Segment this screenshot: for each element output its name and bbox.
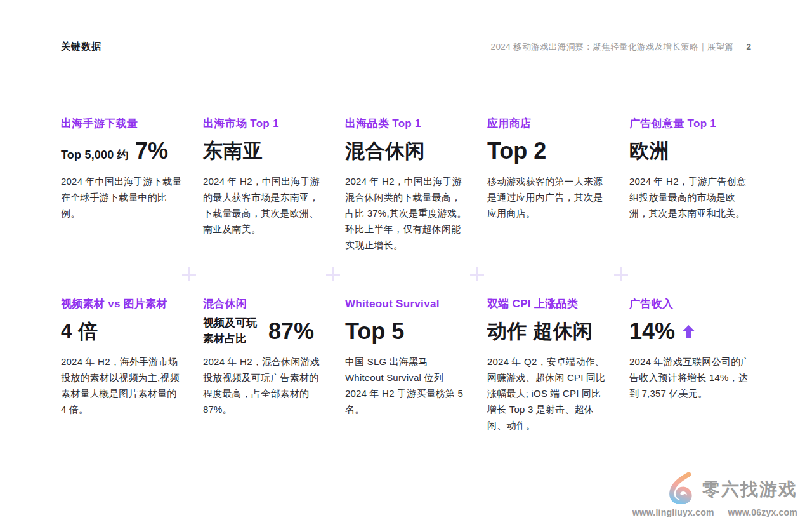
card-description: 2024 年 H2，手游广告创意组投放量最高的市场是欧洲，其次是东南亚和北美。 [629, 173, 751, 221]
card-title: 出海市场 Top 1 [203, 117, 325, 131]
card-description: 2024 年 H2，混合休闲游戏投放视频及可玩广告素材的程度最高，占全部素材的 … [203, 354, 325, 417]
stat-card-hybrid-casual-share: 混合休闲 视频及可玩 素材占比 87% 2024 年 H2，混合休闲游戏投放视频… [203, 297, 325, 477]
stat-card-ad-creatives: 广告创意量 Top 1 欧洲 2024 年 H2，手游广告创意组投放量最高的市场… [629, 117, 751, 297]
value-prefix: Top 5,000 约 [61, 147, 129, 163]
value-main: Top 2 [487, 138, 546, 164]
card-description: 2024 年中国出海手游下载量在全球手游下载量中的比例。 [61, 173, 183, 221]
report-page: 关键数据 2024 移动游戏出海洞察：聚焦轻量化游戏及增长策略｜展望篇 2 出海… [0, 0, 812, 520]
value-main: 7% [135, 138, 168, 164]
doc-meta: 2024 移动游戏出海洞察：聚焦轻量化游戏及增长策略｜展望篇 2 [490, 41, 751, 53]
card-description: 2024 年 H2，中国出海手游混合休闲类的下载量最高，占比 37%,其次是重度… [345, 173, 467, 253]
card-title: 出海手游下载量 [61, 117, 183, 131]
card-value: 视频及可玩 素材占比 87% [203, 311, 325, 352]
value-main: 动作 超休闲 [487, 318, 593, 345]
watermark: 零六找游戏 www.lingliuyx.com www.06zyx.com [632, 472, 797, 517]
stat-card-top-genre: 出海品类 Top 1 混合休闲 2024 年 H2，中国出海手游混合休闲类的下载… [345, 117, 467, 297]
watermark-brand: 零六找游戏 [702, 477, 797, 502]
stat-card-cpi-rising: 双端 CPI 上涨品类 动作 超休闲 2024 年 Q2，安卓端动作、网赚游戏、… [487, 297, 609, 477]
watermark-top: 零六找游戏 [665, 472, 797, 507]
card-value: Top 2 [487, 131, 609, 171]
plus-decoration-icon [470, 267, 484, 281]
watermark-url-2: www.06zyx.com [728, 507, 797, 517]
value-main: 14% [629, 318, 675, 345]
card-value: 东南亚 [203, 131, 325, 171]
stat-card-whiteout-survival: Whiteout Survival Top 5 中国 SLG 出海黑马 Whit… [345, 297, 467, 477]
card-description: 2024 年 H2，海外手游市场投放的素材以视频为主,视频素材量大概是图片素材量… [61, 354, 183, 417]
value-prefix-line2: 素材占比 [203, 333, 246, 345]
value-prefix: 视频及可玩 素材占比 [203, 316, 257, 347]
card-title: 广告创意量 Top 1 [629, 117, 751, 131]
value-main: 4 倍 [61, 318, 98, 345]
watermark-urls: www.lingliuyx.com www.06zyx.com [632, 507, 797, 517]
value-main: 87% [268, 318, 314, 345]
value-main: 欧洲 [629, 138, 669, 164]
card-value: Top 5,000 约 7% [61, 131, 183, 171]
card-value: 动作 超休闲 [487, 311, 609, 352]
card-value: 14% [629, 311, 751, 352]
page-number: 2 [746, 42, 751, 51]
card-value: Top 5 [345, 311, 467, 352]
watermark-logo-icon [665, 472, 697, 507]
card-title: Whiteout Survival [345, 297, 467, 311]
card-description: 2024 年游戏互联网公司的广告收入预计将增长 14%，达到 7,357 亿美元… [629, 354, 751, 401]
card-description: 2024 年 Q2，安卓端动作、网赚游戏、超休闲 CPI 同比涨幅最大; iOS… [487, 354, 609, 433]
card-title: 混合休闲 [203, 297, 325, 311]
value-main: 混合休闲 [345, 138, 425, 164]
card-description: 2024 年 H2，中国出海手游的最大获客市场是东南亚，下载量最高，其次是欧洲、… [203, 173, 325, 237]
up-arrow-icon [683, 325, 695, 338]
value-main: Top 5 [345, 318, 404, 345]
stat-card-video-vs-image: 视频素材 vs 图片素材 4 倍 2024 年 H2，海外手游市场投放的素材以视… [61, 297, 183, 477]
page-header: 关键数据 2024 移动游戏出海洞察：聚焦轻量化游戏及增长策略｜展望篇 2 [61, 41, 751, 53]
card-description: 移动游戏获客的第一大来源是通过应用内广告，其次是应用商店。 [487, 173, 609, 221]
card-title: 广告收入 [629, 297, 751, 311]
stat-card-downloads: 出海手游下载量 Top 5,000 约 7% 2024 年中国出海手游下载量在全… [61, 117, 183, 297]
card-title: 双端 CPI 上涨品类 [487, 297, 609, 311]
card-title: 视频素材 vs 图片素材 [61, 297, 183, 311]
header-divider [61, 62, 751, 62]
plus-decoration-icon [182, 267, 196, 281]
card-title: 应用商店 [487, 117, 609, 131]
plus-decoration-icon [614, 267, 628, 281]
card-description: 中国 SLG 出海黑马 Whiteout Survival 位列 2024 年 … [345, 354, 467, 417]
value-prefix-line1: 视频及可玩 [203, 317, 257, 329]
stat-card-ad-revenue: 广告收入 14% 2024 年游戏互联网公司的广告收入预计将增长 14%，达到 … [629, 297, 751, 477]
card-value: 混合休闲 [345, 131, 467, 171]
card-title: 出海品类 Top 1 [345, 117, 467, 131]
card-value: 欧洲 [629, 131, 751, 171]
doc-title: 2024 移动游戏出海洞察：聚焦轻量化游戏及增长策略｜展望篇 [490, 41, 733, 53]
plus-decoration-icon [326, 267, 340, 281]
card-value: 4 倍 [61, 311, 183, 352]
stat-card-app-store: 应用商店 Top 2 移动游戏获客的第一大来源是通过应用内广告，其次是应用商店。 [487, 117, 609, 297]
stat-cards-grid: 出海手游下载量 Top 5,000 约 7% 2024 年中国出海手游下载量在全… [61, 117, 751, 477]
section-title: 关键数据 [61, 41, 102, 53]
value-main: 东南亚 [203, 138, 263, 164]
watermark-url-1: www.lingliuyx.com [632, 507, 714, 517]
stat-card-top-market: 出海市场 Top 1 东南亚 2024 年 H2，中国出海手游的最大获客市场是东… [203, 117, 325, 297]
